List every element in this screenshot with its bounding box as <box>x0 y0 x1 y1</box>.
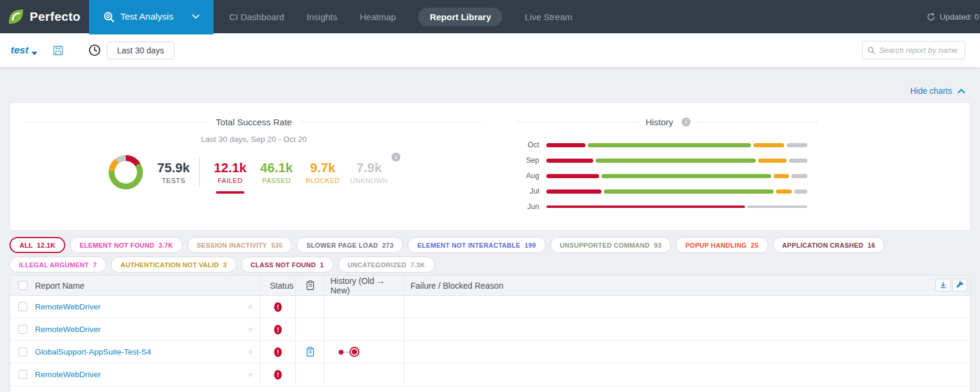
row-checkbox[interactable] <box>18 325 27 334</box>
clock-icon <box>88 44 101 56</box>
stat-unknown[interactable]: 7.9k UNKNOWN <box>346 160 392 184</box>
history-connector <box>343 352 349 353</box>
history-bar-passed <box>596 159 756 163</box>
history-bar-unknown <box>747 206 807 208</box>
updated-label: Updated: 0 <box>940 12 979 21</box>
report-name-link[interactable]: GlobalSupport-AppSuite-Test-S4 <box>35 347 151 356</box>
wrench-icon <box>956 281 964 289</box>
failed-status-icon[interactable] <box>274 370 282 380</box>
row-checkbox[interactable] <box>18 370 27 379</box>
failure-filter-pills: ALL12.1K ELEMENT NOT FOUND3.7K SESSION I… <box>9 237 971 273</box>
filter-pill-illegal-argument[interactable]: ILLEGAL ARGUMENT7 <box>9 257 106 273</box>
donut-hole <box>114 161 137 184</box>
filter-pill-popup-handling[interactable]: POPUP HANDLING25 <box>676 237 768 253</box>
charts-panel: Total Success Rate Last 30 days, Sep 20 … <box>9 102 971 230</box>
total-tests: 75.9k TESTS <box>157 160 190 184</box>
favorite-star-icon[interactable] <box>247 325 254 334</box>
info-icon[interactable] <box>682 118 691 127</box>
row-checkbox[interactable] <box>18 347 27 356</box>
selected-stat-underline <box>216 191 244 194</box>
hide-charts-toggle[interactable]: Hide charts <box>910 86 965 96</box>
chevron-down-icon <box>192 14 199 19</box>
filter-pill-element-not-interactable[interactable]: ELEMENT NOT INTERACTABLE199 <box>408 237 545 253</box>
history-bar-failed <box>546 189 602 194</box>
refresh-icon[interactable] <box>927 12 936 21</box>
analysis-magnifier-icon <box>103 11 114 23</box>
artifacts-column-clipboard-icon <box>306 280 314 290</box>
row-checkbox[interactable] <box>18 302 27 311</box>
table-row[interactable]: RemoteWebDriver <box>10 363 970 386</box>
report-name-link[interactable]: RemoteWebDriver <box>35 370 101 379</box>
artifact-clipboard-icon[interactable] <box>306 347 314 357</box>
nav-item-heatmap[interactable]: Heatmap <box>360 12 396 22</box>
view-name-label: test <box>11 45 28 56</box>
history-row: Aug <box>517 172 819 180</box>
perfecto-brand[interactable]: Perfecto <box>0 8 89 26</box>
stat-passed[interactable]: 46.1k PASSED <box>253 160 300 184</box>
failed-status-icon[interactable] <box>274 347 282 357</box>
filter-pill-all[interactable]: ALL12.1K <box>9 237 65 253</box>
export-download-button[interactable] <box>936 279 951 292</box>
history-row: Jun <box>517 203 819 211</box>
nav-item-insights[interactable]: Insights <box>307 12 338 22</box>
filter-pill-element-not-found[interactable]: ELEMENT NOT FOUND3.7K <box>70 237 183 253</box>
history-bar-failed <box>546 206 745 208</box>
favorite-star-icon[interactable] <box>247 302 254 311</box>
perfecto-logo-icon <box>7 8 25 26</box>
hide-charts-label: Hide charts <box>910 86 952 96</box>
history-bar-unknown <box>791 174 807 178</box>
filter-pill-application-crashed[interactable]: APPLICATION CRASHED16 <box>773 237 885 253</box>
table-row[interactable]: GlobalSupport-AppSuite-Test-S4 <box>10 341 970 363</box>
product-tab-test-analysis[interactable]: Test Analysis <box>89 0 214 34</box>
history-trend-dots[interactable] <box>339 347 359 357</box>
filter-pill-uncategorized[interactable]: UNCATEGORIZED7.3K <box>338 257 434 273</box>
favorite-star-icon[interactable] <box>247 370 254 379</box>
history-month-label: Aug <box>517 172 539 180</box>
history-bar-unknown <box>794 189 807 194</box>
filter-pill-slower-page-load[interactable]: SLOWER PAGE LOAD273 <box>297 237 403 253</box>
search-input[interactable] <box>879 46 960 55</box>
save-view-button[interactable] <box>53 45 63 56</box>
history-month-label: Oct <box>517 141 539 149</box>
history-new-failed-dot <box>349 347 359 357</box>
brand-name: Perfecto <box>30 10 81 24</box>
view-selector[interactable]: test <box>11 45 37 56</box>
time-range-button[interactable] <box>88 44 101 56</box>
column-failure-reason: Failure / Blocked Reason <box>411 281 503 290</box>
toolbar: test Last 30 days <box>0 33 980 67</box>
stat-failed[interactable]: 12.1k FAILED <box>207 160 253 184</box>
nav-item-live-stream[interactable]: Live Stream <box>525 12 572 22</box>
failed-status-icon[interactable] <box>274 325 282 334</box>
product-tab-label: Test Analysis <box>120 11 174 22</box>
history-row: Oct <box>517 141 819 149</box>
history-bar-blocked <box>758 159 787 163</box>
filter-pill-class-not-found[interactable]: CLASS NOT FOUND1 <box>241 257 333 273</box>
filter-pill-unsupported-command[interactable]: UNSUPPORTED COMMAND93 <box>551 237 672 253</box>
nav-item-report-library[interactable]: Report Library <box>418 8 502 26</box>
nav-item-ci-dashboard[interactable]: CI Dashboard <box>229 12 284 22</box>
report-search <box>862 41 965 59</box>
info-icon[interactable] <box>392 153 400 162</box>
history-bar-unknown <box>789 159 807 163</box>
column-history: History (Old → New) <box>330 276 404 295</box>
success-rate-subtitle: Last 30 days, Sep 20 - Oct 20 <box>26 135 482 144</box>
table-row[interactable]: RemoteWebDriver <box>10 318 970 341</box>
table-row[interactable]: RemoteWebDriver <box>10 296 970 318</box>
date-range-button[interactable]: Last 30 days <box>107 42 174 59</box>
failed-status-icon[interactable] <box>274 302 282 312</box>
report-name-link[interactable]: RemoteWebDriver <box>35 325 101 334</box>
filter-pill-authentication-not-valid[interactable]: AUTHENTICATION NOT VALID3 <box>111 257 236 273</box>
table-settings-button[interactable] <box>952 279 968 292</box>
favorite-star-icon[interactable] <box>247 347 254 356</box>
history-bar-blocked <box>753 143 784 147</box>
filter-pill-session-inactivity[interactable]: SESSION INACTIVITY535 <box>187 237 292 253</box>
success-donut-chart[interactable] <box>109 155 143 189</box>
stat-blocked[interactable]: 9.7k BLOCKED <box>300 160 346 184</box>
history-bar-blocked <box>774 174 790 178</box>
select-all-checkbox[interactable] <box>18 281 27 290</box>
history-bar-unknown <box>787 143 807 147</box>
history-row: Jul <box>517 187 819 195</box>
history-chart: OctSepAugJulJun <box>517 141 819 211</box>
report-name-link[interactable]: RemoteWebDriver <box>35 302 101 311</box>
total-tests-value: 75.9k <box>157 160 190 176</box>
